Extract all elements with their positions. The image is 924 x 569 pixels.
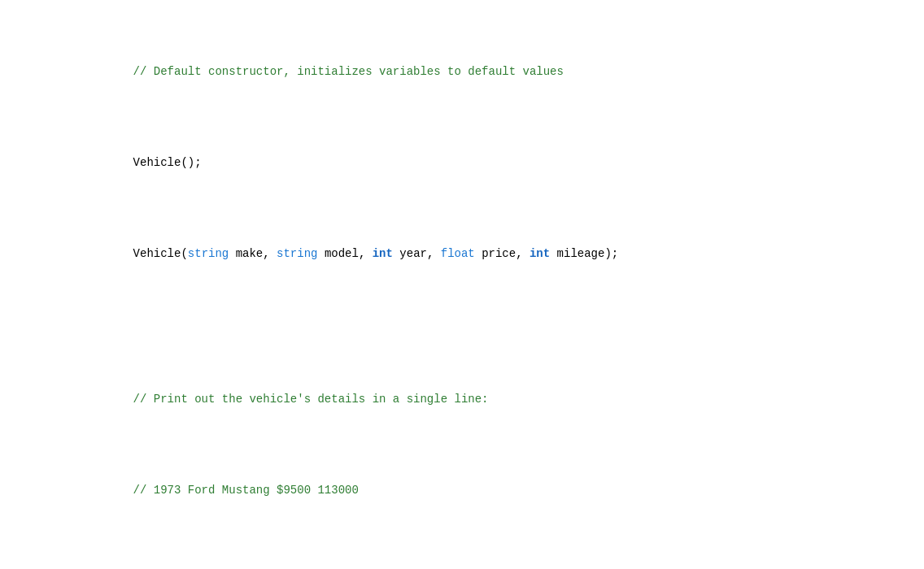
code-line-6: void Display(); <box>106 554 875 569</box>
code-vehicle-pre: Vehicle(string make, string model, int y… <box>133 247 619 260</box>
code-line-3: Vehicle(string make, string model, int y… <box>106 227 875 281</box>
code-line-5: // 1973 Ford Mustang $9500 113000 <box>106 463 875 518</box>
code-line-2: Vehicle(); <box>106 136 875 190</box>
code-section: // Default constructor, initializes vari… <box>106 8 875 569</box>
code-line-1: // Default constructor, initializes vari… <box>106 45 875 99</box>
code-blank-1 <box>106 318 875 336</box>
code-line-4: // Print out the vehicle's details in a … <box>106 372 875 427</box>
code-comment-5: // 1973 Ford Mustang $9500 113000 <box>133 484 359 497</box>
code-comment-4: // Print out the vehicle's details in a … <box>133 393 489 406</box>
code-comment-1: // Default constructor, initializes vari… <box>133 65 564 78</box>
code-vehicle-default: Vehicle(); <box>133 156 202 169</box>
